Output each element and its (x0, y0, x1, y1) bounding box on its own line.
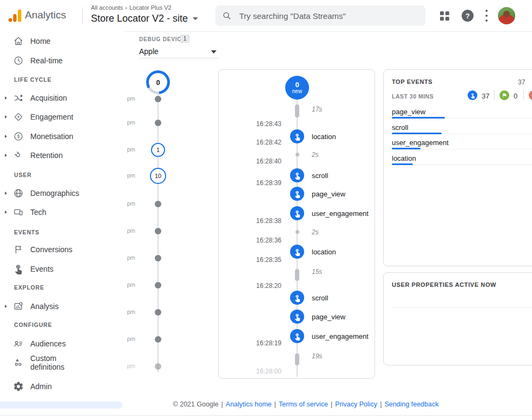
sidebar-item-conversions[interactable]: Conversions (0, 243, 124, 256)
event-marker[interactable] (290, 206, 304, 220)
app-header: Analytics All accounts›Locator Plus V2 S… (0, 0, 532, 32)
top-event-row[interactable]: page_view (392, 108, 425, 116)
sidebar-item-debugview-selected[interactable] (0, 402, 122, 409)
top-events-card: TOP EVENTS 37 LAST 30 MINS 37 0 page_vie… (383, 69, 532, 266)
expand-caret-icon[interactable] (5, 96, 7, 100)
help-icon[interactable]: ? (462, 10, 474, 22)
event-marker[interactable] (290, 168, 304, 182)
breadcrumb-current[interactable]: Locator Plus V2 (129, 4, 172, 11)
top-event-bar (392, 117, 445, 119)
event-stream-head-marker[interactable]: 0 new (285, 76, 309, 100)
flag-icon (502, 93, 507, 98)
minute-marker-dot[interactable] (155, 282, 161, 288)
minute-axis-label: pm (120, 254, 135, 261)
current-minute-marker[interactable]: 0 (146, 70, 170, 94)
sidebar-item-events[interactable]: Events (0, 262, 124, 275)
top-event-row[interactable]: location (392, 154, 416, 162)
select-underline (139, 58, 219, 58)
sidebar-item-demographics[interactable]: Demographics (0, 187, 124, 200)
event-name[interactable]: location (312, 248, 336, 256)
debug-device-select[interactable]: Apple (139, 47, 159, 56)
product-name: Analytics (25, 9, 66, 21)
expand-caret-icon[interactable] (5, 115, 7, 119)
events-counter-icon[interactable] (468, 90, 477, 100)
expand-caret-icon[interactable] (5, 135, 7, 138)
sidebar-item-tech[interactable]: Tech (0, 206, 124, 219)
sidebar-item-monetisation[interactable]: $ Monetisation (0, 130, 124, 143)
minute-axis-label: pm (120, 200, 135, 207)
gap-duration: 15s (312, 268, 322, 275)
gap-dot (295, 230, 299, 234)
property-selector-label: Store Locator V2 - site (91, 13, 188, 24)
expand-caret-icon[interactable] (5, 192, 7, 195)
minute-marker-dot[interactable] (155, 96, 161, 102)
conversions-counter-icon[interactable] (500, 90, 509, 100)
search-input[interactable] (238, 11, 413, 21)
minute-marker-dot[interactable] (155, 363, 161, 370)
event-marker[interactable] (290, 310, 304, 324)
debug-device-label: DEBUG DEVICE (139, 36, 186, 42)
sidebar-item-engagement[interactable]: Engagement (0, 110, 124, 123)
footer-link-analytics-home[interactable]: Analytics home (226, 401, 272, 408)
sidebar-item-admin[interactable]: Admin (0, 380, 124, 393)
event-marker[interactable] (290, 245, 304, 259)
expand-caret-icon[interactable] (5, 305, 7, 308)
event-timestamp: 16:28:20 (238, 282, 281, 290)
sidebar-item-realtime[interactable]: Real-time (0, 54, 124, 67)
minute-marker-dot[interactable] (155, 309, 161, 316)
home-icon (13, 36, 24, 47)
event-name[interactable]: page_view (312, 190, 345, 198)
minute-marker-dot[interactable] (155, 120, 161, 126)
minute-marker-count[interactable]: 1 (151, 143, 165, 157)
event-name[interactable]: scroll (312, 294, 328, 302)
sidebar-item-custom-definitions[interactable]: Custom definitions (0, 352, 124, 373)
conversions-flag-icon (13, 244, 24, 255)
demographics-globe-icon (13, 188, 24, 199)
minute-marker-dot[interactable] (155, 228, 161, 234)
event-name[interactable]: user_engagement (312, 209, 369, 218)
footer-link-feedback[interactable]: Sending feedback (384, 401, 438, 408)
top-event-row[interactable]: user_engagement (392, 139, 449, 147)
avatar[interactable] (498, 7, 515, 24)
apps-grid-icon[interactable] (440, 11, 449, 21)
event-marker[interactable] (290, 329, 304, 343)
expand-caret-icon[interactable] (5, 211, 7, 214)
minute-marker-dot[interactable] (155, 336, 161, 343)
top-events-subtitle: LAST 30 MINS (392, 93, 434, 100)
minute-marker-dot[interactable] (155, 255, 161, 261)
touch-event-icon (293, 248, 301, 256)
chevron-down-icon (193, 17, 198, 20)
sidebar-item-audiences[interactable]: Audiences (0, 337, 124, 350)
sidebar-item-retention[interactable]: Retention (0, 149, 124, 162)
minute-marker-dot[interactable] (155, 201, 161, 207)
event-name[interactable]: location (312, 133, 336, 141)
expand-caret-icon[interactable] (5, 154, 7, 157)
breadcrumb-separator: › (125, 4, 127, 11)
property-selector[interactable]: Store Locator V2 - site (91, 13, 198, 24)
sidebar-item-acquisition[interactable]: Acquisition (0, 91, 124, 104)
touch-event-icon (293, 172, 301, 180)
errors-counter-icon[interactable] (529, 90, 532, 100)
user-properties-title: USER PROPERTIES ACTIVE NOW (392, 281, 496, 288)
top-event-row[interactable]: scroll (392, 123, 408, 132)
top-events-title: TOP EVENTS (392, 78, 432, 85)
sidebar-item-home[interactable]: Home (0, 35, 124, 48)
minute-axis-label: pm (120, 309, 135, 315)
touch-event-icon (293, 332, 301, 340)
conversions-counter-value: 0 (514, 92, 517, 100)
footer-link-privacy[interactable]: Privacy Policy (335, 401, 377, 408)
breadcrumb-root[interactable]: All accounts (91, 4, 123, 11)
event-name[interactable]: page_view (312, 313, 345, 321)
more-menu-icon[interactable] (485, 10, 488, 22)
minute-marker-count[interactable]: 10 (150, 168, 166, 184)
event-name[interactable]: scroll (312, 172, 328, 180)
search-bar (215, 5, 425, 26)
event-timestamp: 16:28:00 (238, 368, 281, 375)
event-marker[interactable] (290, 187, 304, 201)
sidebar-item-analysis[interactable]: Analysis (0, 300, 124, 313)
event-marker[interactable] (290, 291, 304, 305)
sidebar-section-user: USER (14, 172, 31, 178)
footer-link-terms[interactable]: Terms of service (279, 401, 328, 408)
event-marker[interactable] (290, 129, 304, 143)
event-name[interactable]: user_engagement (312, 332, 369, 340)
